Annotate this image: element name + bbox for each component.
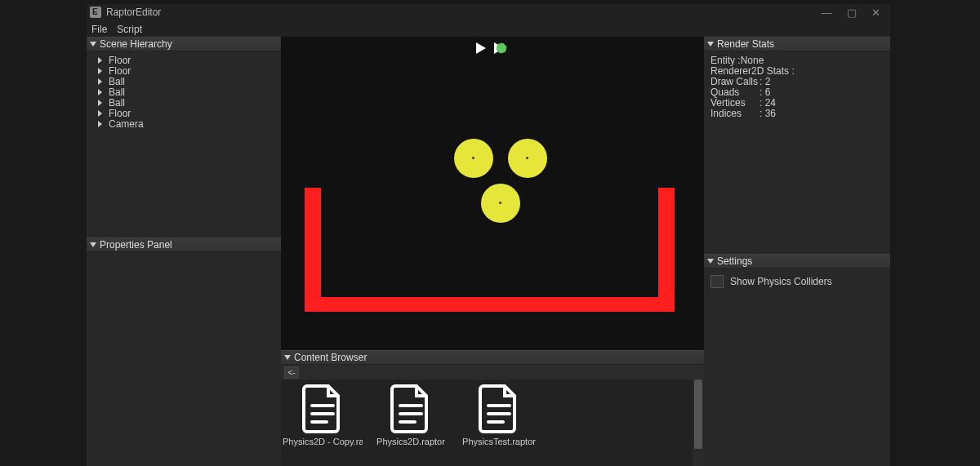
file-label: Physics2D.raptor [376,437,445,446]
hierarchy-item-label: Ball [109,87,125,98]
menu-script[interactable]: Script [117,24,142,35]
render-stats-title: Render Stats [717,38,774,50]
hierarchy-item[interactable]: Ball [93,76,274,87]
collapse-icon [707,42,714,47]
scene-floor [305,297,675,312]
file-item[interactable]: Physics2D.raptor [371,383,451,466]
step-button[interactable] [492,41,510,55]
show-colliders-checkbox[interactable]: Show Physics Colliders [710,275,884,288]
scene-ball [454,139,493,178]
scene-floor [658,188,675,312]
app-title: RaptorEditor [106,7,161,18]
scene-floor [305,188,321,312]
stat-row: Draw Calls: 2 [710,76,884,87]
hierarchy-item-label: Floor [109,65,131,77]
file-label: Physics2D - Copy.raptor [283,437,363,446]
settings-header[interactable]: Settings [704,254,890,269]
scene-hierarchy-title: Scene Hierarchy [100,38,172,50]
expand-icon [98,121,102,127]
hierarchy-item-label: Floor [109,108,131,119]
hierarchy-item[interactable]: Floor [93,55,274,65]
hierarchy-item[interactable]: Floor [93,65,274,76]
hierarchy-item-label: Floor [109,55,131,66]
menu-file[interactable]: File [91,24,107,35]
stat-row: Quads: 6 [710,87,884,97]
titlebar: RaptorEditor — ▢ ✕ [87,4,890,20]
file-document-icon [477,383,521,433]
file-label: PhysicsTest.raptor [462,437,536,446]
show-colliders-label: Show Physics Colliders [730,276,832,287]
svg-marker-0 [476,42,486,54]
scene-ball [508,139,547,178]
hierarchy-item[interactable]: Ball [93,87,274,97]
stat-renderer-label: Renderer2D Stats : [710,65,884,76]
collapse-icon [707,259,714,264]
hierarchy-item-label: Ball [109,76,125,87]
content-scrollbar[interactable] [693,379,704,466]
scene-ball [481,184,520,223]
render-stats-header[interactable]: Render Stats [704,37,890,51]
file-item[interactable]: Physics2D - Copy.raptor [283,383,363,466]
stat-row: Indices: 36 [710,108,884,118]
settings-title: Settings [717,255,752,267]
collapse-icon [284,355,291,360]
back-button[interactable]: <- [284,366,299,379]
file-document-icon [389,383,433,433]
viewport[interactable] [281,37,704,350]
expand-icon [98,89,102,95]
play-button[interactable] [474,41,488,55]
hierarchy-item[interactable]: Camera [93,118,274,129]
expand-icon [98,100,102,106]
app-logo-icon [90,7,101,18]
stat-entity: Entity : None [710,55,884,65]
collapse-icon [90,242,96,247]
file-document-icon [301,383,345,433]
stat-row: Vertices: 24 [710,97,884,108]
expand-icon [98,110,102,117]
close-button[interactable]: ✕ [871,7,880,19]
scene-hierarchy-header[interactable]: Scene Hierarchy [87,37,281,51]
content-browser-header[interactable]: Content Browser [281,350,704,365]
expand-icon [98,78,102,85]
content-browser-title: Content Browser [294,352,367,363]
hierarchy-item-label: Ball [109,97,125,109]
expand-icon [98,68,102,74]
file-item[interactable]: PhysicsTest.raptor [459,383,539,466]
menubar: File Script [87,22,890,37]
properties-title: Properties Panel [100,239,172,251]
maximize-button[interactable]: ▢ [847,7,857,19]
properties-body [87,252,281,466]
minimize-button[interactable]: — [822,7,832,19]
hierarchy-item[interactable]: Ball [93,97,274,108]
hierarchy-item-label: Camera [109,118,144,130]
expand-icon [98,57,102,64]
checkbox-icon [710,275,724,288]
hierarchy-item[interactable]: Floor [93,108,274,118]
properties-header[interactable]: Properties Panel [87,237,281,252]
collapse-icon [90,42,96,47]
